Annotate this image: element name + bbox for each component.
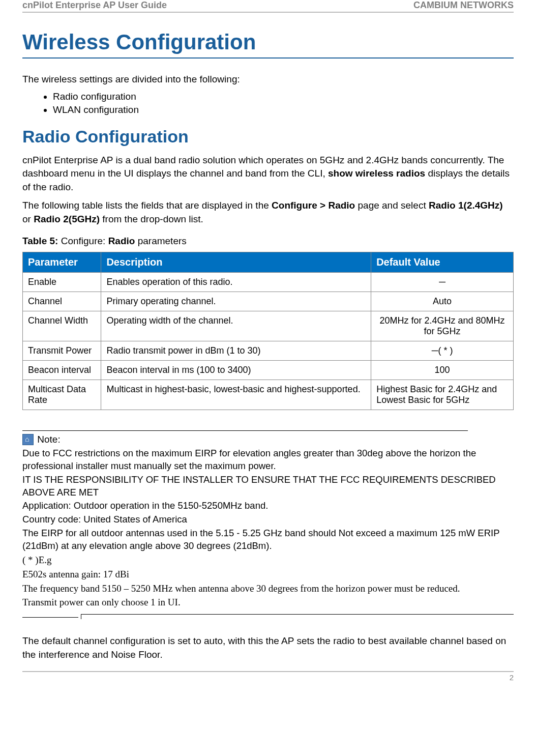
table-row: Transmit Power Radio transmit power in d… bbox=[23, 341, 514, 360]
note-line: Application: Outdoor operation in the 51… bbox=[22, 500, 514, 512]
text: page and select bbox=[355, 200, 429, 211]
radio-para-2: The following table lists the fields tha… bbox=[22, 199, 514, 226]
text-bold: Radio 1(2.4GHz) bbox=[429, 200, 503, 211]
text-bold: Radio 2(5GHz) bbox=[34, 214, 100, 224]
page-number: 2 bbox=[510, 673, 514, 682]
cell-def: ─( * ) bbox=[371, 341, 514, 360]
note-line-serif: E502s antenna gain: 17 dBi bbox=[22, 568, 514, 581]
text: The following table lists the fields tha… bbox=[22, 200, 272, 211]
cell-desc: Beacon interval in ms (100 to 3400) bbox=[101, 360, 371, 380]
text: parameters bbox=[135, 236, 186, 246]
note-icon bbox=[22, 434, 34, 445]
radio-para-1: cnPilot Enterprise AP is a dual band rad… bbox=[22, 154, 514, 194]
cell-param: Multicast Data Rate bbox=[23, 380, 101, 410]
table-row: Channel Primary operating channel. Auto bbox=[23, 292, 514, 311]
closing-text: The default channel configuration is set… bbox=[22, 634, 514, 661]
cell-def: 20MHz for 2.4GHz and 80MHz for 5GHz bbox=[371, 311, 514, 341]
note-body: Due to FCC restrictions on the maximum E… bbox=[22, 447, 514, 609]
cell-def: Highest Basic for 2.4GHz and Lowest Basi… bbox=[371, 380, 514, 410]
intro-text: The wireless settings are divided into t… bbox=[22, 73, 514, 86]
table-header-default: Default Value bbox=[371, 252, 514, 272]
table-row: Beacon interval Beacon interval in ms (1… bbox=[23, 360, 514, 380]
cell-param: Channel bbox=[23, 292, 101, 311]
table-row: Enable Enables operation of this radio. … bbox=[23, 272, 514, 292]
note-line: The EIRP for all outdoor antennas used i… bbox=[22, 527, 514, 553]
cell-desc: Radio transmit power in dBm (1 to 30) bbox=[101, 341, 371, 360]
table-header-description: Description bbox=[101, 252, 371, 272]
text-bold: Configure > Radio bbox=[272, 200, 355, 211]
note-bottom-rule bbox=[22, 614, 514, 619]
note-separator bbox=[22, 430, 468, 431]
page-footer: 2 bbox=[22, 671, 514, 682]
header-left: cnPilot Enterprise AP User Guide bbox=[22, 0, 167, 11]
cell-def: Auto bbox=[371, 292, 514, 311]
text-bold: show wireless radios bbox=[328, 168, 425, 179]
note-label: Note: bbox=[35, 434, 61, 445]
note-line: IT IS THE RESPONSIBILITY OF THE INSTALLE… bbox=[22, 474, 514, 499]
text: Configure: bbox=[58, 236, 108, 246]
cell-param: Channel Width bbox=[23, 311, 101, 341]
table-caption: Table 5: Configure: Radio parameters bbox=[22, 236, 514, 247]
note-line-serif: ( * )E.g bbox=[22, 554, 514, 567]
intro-bullets: Radio configuration WLAN configuration bbox=[22, 91, 514, 115]
note-line: Due to FCC restrictions on the maximum E… bbox=[22, 447, 514, 473]
section-heading: Radio Configuration bbox=[22, 127, 514, 147]
cell-param: Enable bbox=[23, 272, 101, 292]
cell-def: 100 bbox=[371, 360, 514, 380]
note-line: Country code: United States of America bbox=[22, 513, 514, 526]
bullet-item: WLAN configuration bbox=[53, 104, 514, 115]
bullet-item: Radio configuration bbox=[53, 91, 514, 102]
cell-def: ─ bbox=[371, 272, 514, 292]
table-header-parameter: Parameter bbox=[23, 252, 101, 272]
table-row: Multicast Data Rate Multicast in highest… bbox=[23, 380, 514, 410]
table-row: Channel Width Operating width of the cha… bbox=[23, 311, 514, 341]
text: or bbox=[22, 214, 34, 224]
note-line-serif: Transmit power can only choose 1 in UI. bbox=[22, 596, 514, 609]
cell-desc: Enables operation of this radio. bbox=[101, 272, 371, 292]
cell-desc: Primary operating channel. bbox=[101, 292, 371, 311]
note-line-serif: The frequency band 5150 – 5250 MHz when … bbox=[22, 582, 514, 595]
note-block: Note: Due to FCC restrictions on the max… bbox=[22, 434, 514, 609]
radio-params-table: Parameter Description Default Value Enab… bbox=[22, 252, 514, 410]
cell-desc: Multicast in highest-basic, lowest-basic… bbox=[101, 380, 371, 410]
text-bold: Table 5: bbox=[22, 236, 58, 246]
page-title: Wireless Configuration bbox=[22, 30, 514, 59]
text: from the drop-down list. bbox=[100, 214, 203, 224]
cell-param: Beacon interval bbox=[23, 360, 101, 380]
cell-param: Transmit Power bbox=[23, 341, 101, 360]
header-right: CAMBIUM NETWORKS bbox=[413, 0, 514, 11]
cell-desc: Operating width of the channel. bbox=[101, 311, 371, 341]
page-header: cnPilot Enterprise AP User Guide CAMBIUM… bbox=[22, 0, 514, 13]
text-bold: Radio bbox=[108, 236, 135, 246]
